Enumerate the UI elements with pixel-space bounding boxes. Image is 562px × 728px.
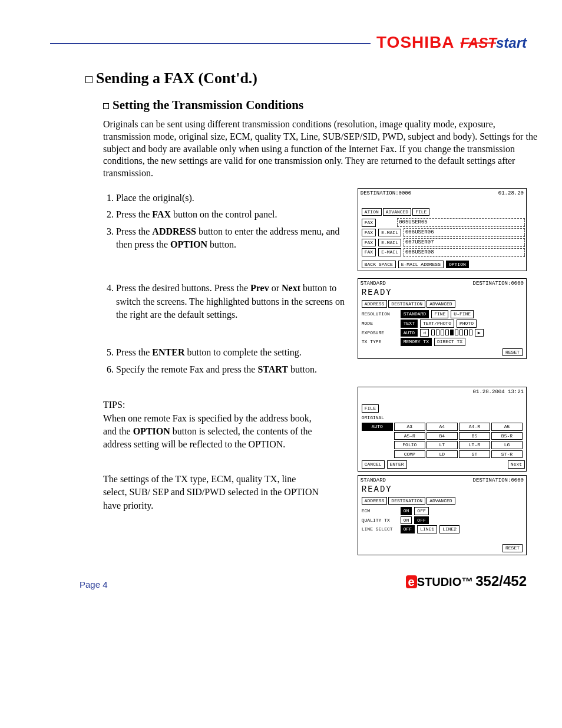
fax-button[interactable]: FAX (362, 229, 376, 237)
size-a3-button[interactable]: A3 (394, 423, 425, 431)
step-6: Specify the remote Fax and press the STA… (116, 363, 346, 376)
tab-address[interactable]: ADDRESS (362, 300, 388, 308)
tips-p1: When one remote Fax is specified by the … (103, 412, 321, 452)
exposure-right-icon[interactable]: ▶ (475, 329, 484, 337)
tab-file[interactable]: FILE (362, 404, 379, 413)
line1-button[interactable]: LINE1 (417, 525, 437, 533)
size-folio-button[interactable]: FOLIO (394, 441, 425, 449)
toshiba-logo: TOSHIBA (376, 33, 455, 51)
size-st-r-button[interactable]: ST-R (491, 450, 523, 459)
step-5: Press the ENTER button to complete the s… (116, 346, 346, 359)
cancel-button[interactable]: CANCEL (362, 460, 385, 469)
tab-advanced[interactable]: ADVANCED (427, 497, 455, 505)
auto-button[interactable]: AUTO (401, 329, 418, 337)
sub-text: Setting the Transmission Conditions (113, 98, 303, 112)
backspace-button[interactable]: BACK SPACE (362, 261, 396, 269)
intro-paragraph: Originals can be sent using different tr… (103, 118, 539, 180)
off-button[interactable]: OFF (414, 516, 428, 525)
row-1: Place the original(s). Press the FAX but… (103, 188, 527, 271)
fine-button[interactable]: FINE (431, 310, 448, 318)
on-button[interactable]: ON (401, 507, 412, 515)
email-button[interactable]: E-MAIL (378, 239, 401, 247)
fax-button[interactable]: FAX (362, 248, 376, 256)
mode-label: MODE (362, 321, 398, 327)
fax-button[interactable]: FAX (362, 239, 376, 247)
memorytx-button[interactable]: MEMORY TX (401, 338, 432, 346)
date-label: 01.28.2004 13:21 (473, 389, 524, 396)
size-b5-button[interactable]: B5 (459, 432, 490, 440)
user-entry[interactable]: 007USER07 (404, 238, 525, 247)
fax-button[interactable]: FAX (362, 219, 376, 227)
directtx-button[interactable]: DIRECT TX (434, 338, 465, 346)
textphoto-button[interactable]: TEXT/PHOTO (420, 319, 454, 328)
dest-label: DESTINATION:0000 (473, 477, 524, 484)
email-address-button[interactable]: E-MAIL ADDRESS (398, 261, 444, 269)
tab-destination[interactable]: DESTINATION (388, 300, 425, 308)
dest-label: DESTINATION:0000 (473, 281, 524, 287)
size-st-button[interactable]: ST (459, 450, 490, 459)
tab-file[interactable]: FILE (412, 208, 429, 216)
ready-label: READY (359, 288, 525, 298)
user-entry[interactable]: 005USER05 (397, 218, 525, 227)
size-lt-r-button[interactable]: LT-R (459, 441, 490, 449)
size-a4-r-button[interactable]: A4-R (459, 423, 490, 431)
steps-4-6: Press the desired buttons. Press the Pre… (103, 278, 346, 380)
tab-advanced[interactable]: ADVANCED (427, 300, 455, 308)
tab-advanced[interactable]: ADVANCED (383, 208, 411, 216)
section-heading: Setting the Transmission Conditions (103, 98, 527, 113)
original-label: ORIGINAL (359, 415, 525, 421)
line2-button[interactable]: LINE2 (439, 525, 459, 533)
enter-button[interactable]: ENTER (387, 460, 407, 469)
title-text: Sending a FAX (Cont'd.) (96, 70, 257, 87)
size-lt-button[interactable]: LT (427, 441, 458, 449)
user-entry[interactable]: 008USER08 (404, 248, 525, 257)
ready-label: READY (359, 485, 525, 495)
on-button[interactable]: ON (401, 516, 412, 525)
resolution-label: RESOLUTION (362, 311, 398, 317)
size-grid: AUTOA3A4A4-RA5XA5-RB4B5B5-RXFOLIOLTLT-RL… (362, 423, 523, 458)
next-button[interactable]: Next (508, 460, 525, 469)
text-button[interactable]: TEXT (401, 319, 418, 328)
start-text: start (496, 35, 527, 51)
title-bullet-icon (85, 76, 92, 83)
option-button[interactable]: OPTION (446, 261, 469, 269)
row-3: TIPS: When one remote Fax is specified b… (103, 387, 527, 555)
std-label: STANDARD (361, 477, 386, 484)
reset-button[interactable]: RESET (503, 544, 523, 552)
size-a4-button[interactable]: A4 (427, 423, 458, 431)
size-b5-r-button[interactable]: B5-R (491, 432, 523, 440)
date-label: 01.28.20 (498, 190, 524, 197)
page-number: Page 4 (80, 579, 108, 589)
tab-address[interactable]: ADDRESS (362, 497, 388, 505)
size-ld-button[interactable]: LD (427, 450, 458, 459)
email-button[interactable]: E-MAIL (378, 229, 401, 237)
reset-button[interactable]: RESET (503, 348, 523, 357)
e-icon: e (406, 575, 417, 588)
steps-1-3: Place the original(s). Press the FAX but… (103, 188, 346, 271)
row-2: Press the desired buttons. Press the Pre… (103, 278, 527, 380)
size-lg-button[interactable]: LG (491, 441, 523, 449)
off-button[interactable]: OFF (401, 525, 415, 533)
ufine-button[interactable]: U-FINE (451, 310, 474, 318)
size-comp-button[interactable]: COMP (394, 450, 425, 459)
size-auto-button[interactable]: AUTO (362, 423, 393, 431)
size-a5-r-button[interactable]: A5-R (394, 432, 425, 440)
estudio-logo: eSTUDIO™352/452 (406, 573, 527, 589)
qualitytx-label: QUALITY TX (362, 518, 398, 523)
exposure-label: EXPOSURE (362, 330, 398, 336)
off-button[interactable]: OFF (414, 507, 428, 515)
size-b4-button[interactable]: B4 (427, 432, 458, 440)
user-entry[interactable]: 006USER06 (404, 228, 525, 237)
tab-ation[interactable]: ATION (362, 208, 382, 216)
exposure-bar (431, 330, 472, 335)
exposure-left-icon[interactable]: ◁ (420, 329, 429, 337)
tab-destination[interactable]: DESTINATION (388, 497, 425, 505)
tips-p2: The settings of the TX type, ECM, qualit… (103, 473, 321, 512)
page: TOSHIBA FASTstart Sending a FAX (Cont'd.… (0, 0, 562, 607)
standard-button[interactable]: STANDARD (401, 310, 429, 318)
size-a5-button[interactable]: A5 (491, 423, 523, 431)
ecm-label: ECM (362, 508, 398, 514)
email-button[interactable]: E-MAIL (378, 248, 401, 256)
header: TOSHIBA FASTstart (50, 35, 527, 52)
photo-button[interactable]: PHOTO (457, 319, 477, 328)
